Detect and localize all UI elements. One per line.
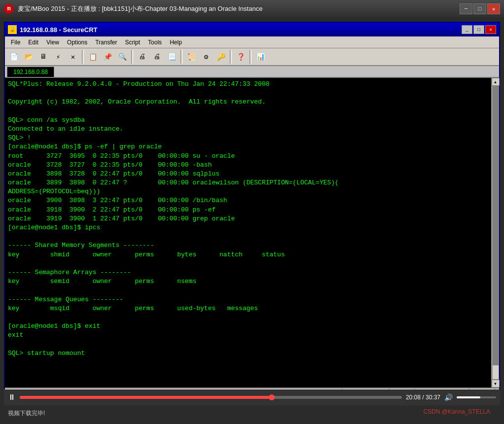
terminal-line [8, 313, 488, 322]
terminal-line: key semid owner perms nsems [8, 277, 488, 286]
menu-script[interactable]: Script [121, 38, 144, 47]
terminal-line: ------ Semaphore Arrays -------- [8, 268, 488, 277]
securecrt-window-buttons: _ □ ✕ [462, 25, 496, 34]
terminal-line: key shmid owner perms bytes nattch statu… [8, 250, 488, 259]
terminal-line: oracle 3898 3728 0 22:47 pts/0 00:00:00 … [8, 170, 488, 178]
securecrt-maximize[interactable]: □ [473, 25, 484, 34]
toolbar-sep-3 [180, 50, 182, 64]
close-button[interactable]: ✕ [487, 3, 500, 14]
scroll-down[interactable]: ▼ [492, 380, 500, 388]
toolbar-connect[interactable]: 🖥 [36, 50, 50, 64]
terminal-line: root 3727 3695 0 22:35 pts/0 00:00:00 su… [8, 152, 488, 161]
toolbar-sep-5 [250, 50, 252, 64]
menu-view[interactable]: View [42, 38, 63, 47]
toolbar-sep-1 [82, 50, 84, 64]
terminal-line: Copyright (c) 1982, 2002, Oracle Corpora… [8, 98, 488, 106]
outer-title: 麦宝/MBoo 2015 - 正在播放 : [bbk1151]小布-Chapte… [18, 4, 456, 13]
terminal-line: oracle 3728 3727 0 22:35 pts/0 00:00:00 … [8, 161, 488, 170]
terminal-line: oracle 3899 3898 0 22:47 ? 00:00:00 orac… [8, 178, 488, 187]
volume-fill [457, 396, 480, 398]
time-display: 20:08 / 30:37 [406, 394, 440, 401]
csdn-badge: CSDN @Kanna_STELLA [423, 408, 490, 415]
outer-window: m 麦宝/MBoo 2015 - 正在播放 : [bbk1151]小布-Chap… [0, 0, 504, 424]
minimize-button[interactable]: ─ [460, 3, 472, 14]
toolbar-pagesettings[interactable]: 📃 [165, 50, 179, 64]
tabbar: 192.168.0.88 [5, 66, 499, 78]
menu-help[interactable]: Help [166, 38, 186, 47]
menu-file[interactable]: File [7, 38, 24, 47]
terminal-line: [oracle@node1 dbs]$ exit [8, 322, 488, 331]
terminal-line [8, 89, 488, 98]
toolbar-key[interactable]: 🔑 [214, 50, 228, 64]
terminal-line [8, 232, 488, 241]
video-statusbar: 视频下载完毕! CSDN @Kanna_STELLA [4, 406, 500, 420]
toolbar-copy[interactable]: 📋 [86, 50, 100, 64]
progress-bar[interactable] [20, 396, 402, 399]
toolbar-scripts[interactable]: 📜 [184, 50, 198, 64]
toolbar-sep-2 [131, 50, 133, 64]
terminal-line: [oracle@node1 dbs]$ ps -ef | grep oracle [8, 142, 488, 151]
terminal-line: SQL*Plus: Release 9.2.0.4.0 - Production… [8, 80, 488, 89]
progress-fill [20, 396, 272, 399]
menu-transfer[interactable]: Transfer [91, 38, 121, 47]
terminal-line: ------ Message Queues -------- [8, 295, 488, 304]
terminal[interactable]: SQL*Plus: Release 9.2.0.4.0 - Production… [5, 78, 491, 388]
securecrt-titlebar: 🔒 192.168.0.88 - SecureCRT _ □ ✕ [5, 23, 499, 36]
securecrt-icon: 🔒 [8, 25, 17, 34]
scroll-track[interactable] [492, 86, 499, 380]
terminal-line: SQL> conn /as sysdba [8, 116, 488, 125]
terminal-line [8, 107, 488, 116]
menu-tools[interactable]: Tools [144, 38, 166, 47]
securecrt-window: 🔒 192.168.0.88 - SecureCRT _ □ ✕ File Ed… [4, 22, 500, 401]
terminal-line: ------ Shared Memory Segments -------- [8, 241, 488, 250]
toolbar-print[interactable]: 🖨 [135, 50, 149, 64]
volume-icon[interactable]: 🔊 [444, 393, 453, 402]
toolbar-find[interactable]: 🔍 [115, 50, 129, 64]
toolbar: 📄 📂 🖥 ⚡ ✕ 📋 📌 🔍 🖨 🖨 📃 📜 ⚙ 🔑 ❓ 📊 [5, 48, 499, 66]
window-controls: ─ □ ✕ [460, 3, 500, 14]
toolbar-sep-4 [230, 50, 232, 64]
tab-session[interactable]: 192.168.0.88 [7, 67, 54, 77]
scroll-up[interactable]: ▲ [492, 78, 500, 86]
terminal-line: oracle 3900 3898 3 22:47 pts/0 00:00:00 … [8, 196, 488, 205]
scroll-thumb[interactable] [492, 365, 499, 380]
terminal-line: Connected to an idle instance. [8, 125, 488, 134]
terminal-line: [oracle@node1 dbs]$ ipcs [8, 223, 488, 232]
download-complete-text: 视频下载完毕! [8, 409, 45, 418]
toolbar-stop[interactable]: ✕ [66, 50, 80, 64]
terminal-line [8, 286, 488, 295]
app-icon: m [4, 4, 14, 14]
toolbar-extra[interactable]: 📊 [253, 50, 267, 64]
terminal-line: ADDRESS=(PROTOCOL=beq))) [8, 187, 488, 196]
outer-titlebar: m 麦宝/MBoo 2015 - 正在播放 : [bbk1151]小布-Chap… [0, 0, 504, 18]
toolbar-paste[interactable]: 📌 [101, 50, 114, 64]
terminal-container: SQL*Plus: Release 9.2.0.4.0 - Production… [5, 78, 499, 388]
menu-options[interactable]: Options [63, 38, 91, 47]
toolbar-macro[interactable]: ⚙ [199, 50, 213, 64]
toolbar-help[interactable]: ❓ [234, 50, 248, 64]
securecrt-close[interactable]: ✕ [485, 25, 496, 34]
terminal-line: oracle 3919 3900 1 22:47 pts/0 00:00:00 … [8, 214, 488, 223]
toolbar-print2[interactable]: 🖨 [150, 50, 164, 64]
securecrt-minimize[interactable]: _ [462, 25, 472, 34]
toolbar-disconnect[interactable]: ⚡ [51, 50, 65, 64]
progress-dot [269, 394, 275, 400]
toolbar-open[interactable]: 📂 [22, 50, 36, 64]
video-controls: ⏸ 20:08 / 30:37 🔊 [4, 389, 500, 405]
scrollbar[interactable]: ▲ ▼ [491, 78, 499, 388]
volume-bar[interactable] [457, 396, 496, 398]
terminal-line: key msqid owner perms used-bytes message… [8, 304, 488, 313]
maximize-button[interactable]: □ [473, 3, 486, 14]
terminal-line: SQL> startup nomount [8, 349, 488, 358]
securecrt-title: 192.168.0.88 - SecureCRT [20, 26, 459, 34]
terminal-line: SQL> ! [8, 134, 488, 142]
menubar: File Edit View Options Transfer Script T… [5, 36, 499, 48]
play-pause-button[interactable]: ⏸ [8, 393, 16, 402]
menu-edit[interactable]: Edit [24, 38, 42, 47]
terminal-line: oracle 3918 3900 2 22:47 pts/0 00:00:00 … [8, 206, 488, 214]
terminal-line: exit [8, 331, 488, 340]
terminal-line [8, 340, 488, 349]
terminal-line [8, 259, 488, 268]
toolbar-new[interactable]: 📄 [7, 50, 21, 64]
